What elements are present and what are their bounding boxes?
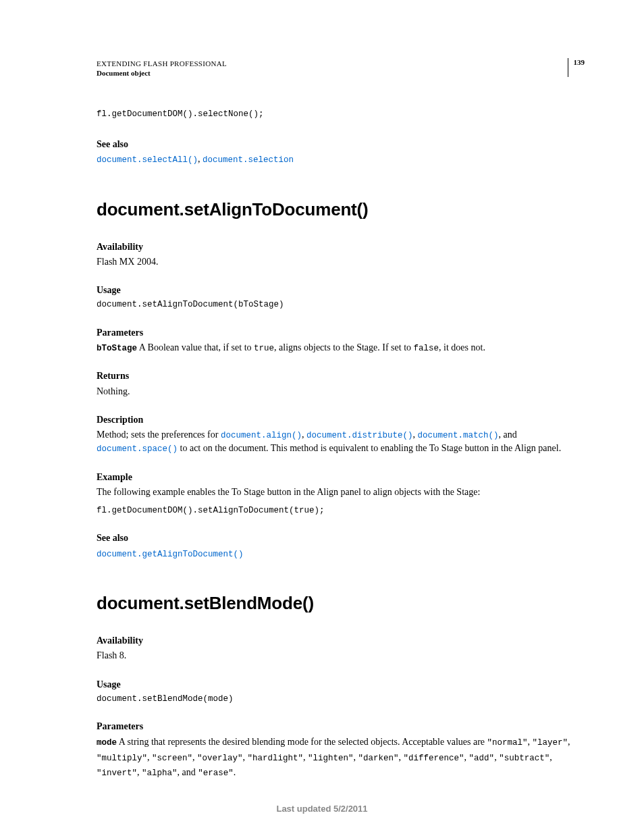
description-text: Method; sets the preferences for documen… xyxy=(97,428,583,456)
example-heading: Example xyxy=(97,471,583,484)
see-also-block: See also document.selectAll(), document.… xyxy=(97,138,583,167)
example-text: The following example enables the To Sta… xyxy=(97,486,583,499)
link-select-all[interactable]: document.selectAll() xyxy=(97,155,198,165)
link-space[interactable]: document.space() xyxy=(97,444,178,454)
see-also-block-2: See also document.getAlignToDocument() xyxy=(97,531,583,561)
see-also-links: document.selectAll(), document.selection xyxy=(97,153,583,166)
returns-block: Returns Nothing. xyxy=(97,369,583,398)
description-block: Description Method; sets the preferences… xyxy=(97,413,583,456)
link-selection[interactable]: document.selection xyxy=(203,155,294,165)
page: EXTENDING FLASH PROFESSIONAL Document ob… xyxy=(0,0,644,834)
parameters-heading-2: Parameters xyxy=(97,720,583,733)
example-code: fl.getDocumentDOM().setAlignToDocument(t… xyxy=(97,504,583,517)
availability-text: Flash MX 2004. xyxy=(97,255,583,269)
section-title-2: document.setBlendMode() xyxy=(97,593,583,614)
parameters-block-2: Parameters mode A string that represents… xyxy=(97,720,583,780)
availability-text-2: Flash 8. xyxy=(97,649,583,662)
param-name: bToStage xyxy=(97,344,137,353)
header-subtitle: Document object xyxy=(97,69,583,77)
link-match[interactable]: document.match() xyxy=(417,431,498,440)
example-block: Example The following example enables th… xyxy=(97,471,583,517)
see-also-heading: See also xyxy=(97,138,583,151)
code-line: fl.getDocumentDOM().selectNone(); xyxy=(97,109,583,119)
description-heading: Description xyxy=(97,413,583,427)
parameters-block: Parameters bToStage A Boolean value that… xyxy=(97,326,583,355)
usage-heading: Usage xyxy=(97,284,583,297)
usage-block: Usage document.setAlignToDocument(bToSta… xyxy=(97,284,583,311)
usage-code: document.setAlignToDocument(bToStage) xyxy=(97,298,583,311)
section-set-align: document.setAlignToDocument() Availabili… xyxy=(97,199,583,561)
availability-block: Availability Flash MX 2004. xyxy=(97,240,583,269)
returns-text: Nothing. xyxy=(97,385,583,398)
link-align[interactable]: document.align() xyxy=(221,431,302,440)
parameters-text: bToStage A Boolean value that, if set to… xyxy=(97,341,583,355)
availability-heading: Availability xyxy=(97,240,583,254)
usage-block-2: Usage document.setBlendMode(mode) xyxy=(97,678,583,705)
link-distribute[interactable]: document.distribute() xyxy=(306,431,413,440)
usage-heading-2: Usage xyxy=(97,678,583,692)
usage-code-2: document.setBlendMode(mode) xyxy=(97,693,583,705)
link-get-align[interactable]: document.getAlignToDocument() xyxy=(97,550,244,559)
parameters-text-2: mode A string that represents the desire… xyxy=(97,735,583,780)
availability-heading-2: Availability xyxy=(97,634,583,648)
parameters-heading: Parameters xyxy=(97,326,583,340)
param-name-2: mode xyxy=(97,738,117,748)
page-header: EXTENDING FLASH PROFESSIONAL Document ob… xyxy=(97,59,583,77)
availability-block-2: Availability Flash 8. xyxy=(97,634,583,663)
footer-updated: Last updated 5/2/2011 xyxy=(0,804,644,814)
returns-heading: Returns xyxy=(97,369,583,383)
section-title: document.setAlignToDocument() xyxy=(97,199,583,220)
header-title: EXTENDING FLASH PROFESSIONAL xyxy=(97,59,583,68)
see-also-heading-2: See also xyxy=(97,531,583,545)
section-set-blend: document.setBlendMode() Availability Fla… xyxy=(97,593,583,780)
page-number: 139 xyxy=(568,58,585,77)
